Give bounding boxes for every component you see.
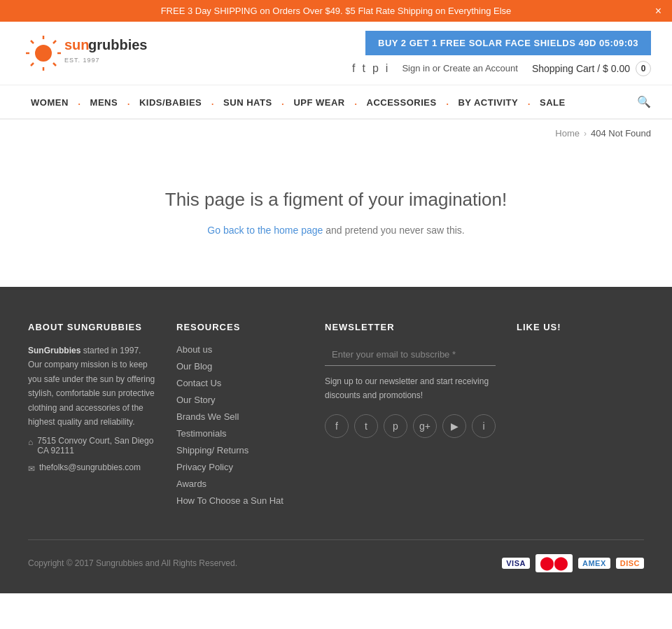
header: sun grubbies EST. 1997 BUY 2 GET 1 FREE … bbox=[0, 22, 672, 85]
discover-icon: DISC bbox=[616, 558, 644, 569]
promo-button[interactable]: BUY 2 GET 1 FREE SOLAR FACE SHIELDS 49D … bbox=[365, 31, 651, 55]
header-right: BUY 2 GET 1 FREE SOLAR FACE SHIELDS 49D … bbox=[352, 31, 651, 76]
nav-item-mens[interactable]: MENS bbox=[80, 87, 128, 118]
svg-text:sun: sun bbox=[64, 37, 90, 52]
cart-label: Shopping Cart / $ 0.00 bbox=[532, 63, 630, 74]
footer-link-about-us[interactable]: About us bbox=[176, 344, 212, 355]
footer-link-our-blog[interactable]: Our Blog bbox=[176, 361, 212, 372]
amex-icon: AMEX bbox=[578, 558, 610, 569]
svg-line-5 bbox=[31, 41, 34, 43]
footer-about-body: SunGrubbies started in 1997. Our company… bbox=[28, 344, 155, 429]
footer-link-privacy-policy[interactable]: Privacy Policy bbox=[176, 462, 233, 472]
main-content: This page is a figment of your imaginati… bbox=[0, 147, 672, 287]
nav-item-upf wear[interactable]: UPF WEAR bbox=[284, 87, 354, 118]
page-body: Go back to the home page and pretend you… bbox=[21, 225, 651, 236]
footer-instagram-icon[interactable]: i bbox=[472, 414, 496, 438]
footer-link-awards[interactable]: Awards bbox=[176, 479, 206, 489]
nav-item-women[interactable]: WOMEN bbox=[21, 87, 78, 118]
sign-in-link[interactable]: Sign in bbox=[402, 63, 430, 73]
footer-newsletter-heading: NEWSLETTER bbox=[325, 322, 496, 332]
footer-twitter-icon[interactable]: t bbox=[354, 414, 378, 438]
svg-text:grubbies: grubbies bbox=[88, 37, 147, 52]
breadcrumb: Home › 404 Not Found bbox=[0, 120, 672, 147]
instagram-icon[interactable]: i bbox=[386, 62, 388, 75]
breadcrumb-separator: › bbox=[584, 129, 587, 139]
footer-link-shipping/-returns[interactable]: Shipping/ Returns bbox=[176, 445, 248, 455]
footer-link-testimonials[interactable]: Testimonials bbox=[176, 428, 227, 439]
cart-count: 0 bbox=[636, 61, 651, 76]
visa-icon: VISA bbox=[502, 558, 530, 569]
footer-bottom: Copyright © 2017 Sungrubbies and All Rig… bbox=[28, 539, 644, 572]
nav-item-by activity[interactable]: BY ACTIVITY bbox=[448, 87, 528, 118]
auth-links: Sign in or Create an Account bbox=[402, 63, 518, 73]
svg-line-7 bbox=[53, 41, 56, 43]
footer-googleplus-icon[interactable]: g+ bbox=[413, 414, 437, 438]
social-icons: f t p i bbox=[352, 62, 388, 75]
nav-item-sale[interactable]: SALE bbox=[530, 87, 575, 118]
footer-about: ABOUT SUNGRUBBIES SunGrubbies started in… bbox=[28, 322, 155, 511]
top-banner: FREE 3 Day SHIPPING on Orders Over $49. … bbox=[0, 0, 672, 22]
logo-area: sun grubbies EST. 1997 bbox=[21, 29, 161, 78]
footer-email-link[interactable]: thefolks@sungrubbies.com bbox=[39, 462, 141, 472]
footer-address: ⌂ 7515 Convoy Court, San Diego CA 92111 bbox=[28, 436, 155, 455]
footer-pinterest-icon[interactable]: p bbox=[384, 414, 407, 438]
footer-link-our-story[interactable]: Our Story bbox=[176, 395, 216, 405]
svg-line-8 bbox=[31, 63, 34, 66]
facebook-icon[interactable]: f bbox=[352, 62, 355, 75]
page-heading: This page is a figment of your imaginati… bbox=[21, 189, 651, 211]
nav-item-accessories[interactable]: ACCESSORIES bbox=[357, 87, 447, 118]
nav-item-kids-babies[interactable]: KIDS/BABIES bbox=[130, 87, 211, 118]
footer-facebook-icon[interactable]: f bbox=[325, 414, 349, 438]
main-nav: WOMEN•MENS•KIDS/BABIES•SUN HATS•UPF WEAR… bbox=[0, 85, 672, 120]
svg-line-6 bbox=[53, 63, 56, 66]
payment-icons: VISA ⬤⬤ AMEX DISC bbox=[502, 554, 644, 572]
footer-link-brands-we-sell[interactable]: Brands We Sell bbox=[176, 411, 239, 422]
footer-resources-links: About usOur BlogContact UsOur StoryBrand… bbox=[176, 344, 304, 506]
footer-like-us-heading: LIKE US! bbox=[517, 322, 644, 332]
mastercard-icon: ⬤⬤ bbox=[536, 554, 573, 572]
footer-link-contact-us[interactable]: Contact Us bbox=[176, 378, 221, 388]
breadcrumb-current: 404 Not Found bbox=[591, 128, 651, 139]
svg-text:EST. 1997: EST. 1997 bbox=[64, 57, 100, 64]
footer-newsletter: NEWSLETTER Sign up to our newsletter and… bbox=[325, 322, 496, 511]
footer-email: ✉ thefolks@sungrubbies.com bbox=[28, 462, 155, 474]
nav-item-sun hats[interactable]: SUN HATS bbox=[214, 87, 281, 118]
breadcrumb-home-link[interactable]: Home bbox=[555, 128, 580, 139]
footer-resources-heading: RESOURCES bbox=[176, 322, 304, 332]
pinterest-icon[interactable]: p bbox=[372, 62, 379, 75]
footer-youtube-icon[interactable]: ▶ bbox=[442, 414, 466, 438]
svg-point-0 bbox=[35, 45, 52, 62]
banner-text: FREE 3 Day SHIPPING on Orders Over $49. … bbox=[161, 6, 512, 16]
logo[interactable]: sun grubbies EST. 1997 bbox=[21, 29, 161, 78]
footer-grid: ABOUT SUNGRUBBIES SunGrubbies started in… bbox=[28, 322, 644, 511]
footer-about-heading: ABOUT SUNGRUBBIES bbox=[28, 322, 155, 332]
footer-social-icons: f t p g+ ▶ i bbox=[325, 414, 496, 438]
create-account-link[interactable]: Create an Account bbox=[443, 63, 518, 73]
footer-link-how-to-choose-a-sun-hat[interactable]: How To Choose a Sun Hat bbox=[176, 495, 284, 506]
cart-area[interactable]: Shopping Cart / $ 0.00 0 bbox=[532, 61, 651, 76]
footer: ABOUT SUNGRUBBIES SunGrubbies started in… bbox=[0, 287, 672, 593]
nav-items: WOMEN•MENS•KIDS/BABIES•SUN HATS•UPF WEAR… bbox=[21, 97, 637, 108]
footer-copyright: Copyright © 2017 Sungrubbies and All Rig… bbox=[28, 558, 237, 568]
newsletter-text: Sign up to our newsletter and start rece… bbox=[325, 374, 496, 403]
footer-like-us: LIKE US! bbox=[517, 322, 644, 511]
home-icon: ⌂ bbox=[28, 437, 33, 447]
footer-resources: RESOURCES About usOur BlogContact UsOur … bbox=[176, 322, 304, 511]
twitter-icon[interactable]: t bbox=[362, 62, 365, 75]
banner-close-button[interactable]: × bbox=[655, 5, 662, 17]
email-icon: ✉ bbox=[28, 464, 35, 474]
search-icon[interactable]: 🔍 bbox=[637, 85, 651, 118]
newsletter-input[interactable] bbox=[325, 344, 496, 366]
home-link[interactable]: Go back to the home page bbox=[207, 225, 323, 236]
header-actions: f t p i Sign in or Create an Account Sho… bbox=[352, 61, 651, 76]
